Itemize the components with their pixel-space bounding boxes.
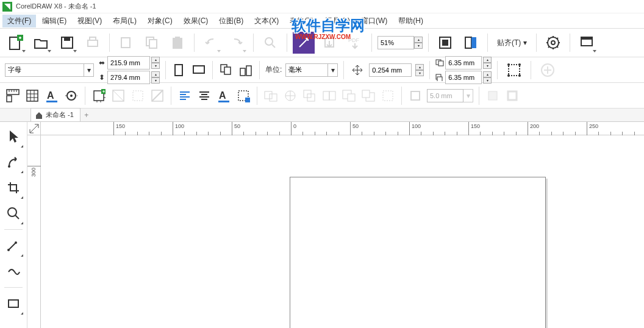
menu-edit[interactable]: 编辑(E) (37, 15, 71, 27)
dup-x-input[interactable] (448, 59, 479, 66)
guides-button[interactable] (63, 88, 79, 104)
width-spinner[interactable]: ▴▾ (151, 57, 160, 69)
back-minus-front-button[interactable] (360, 88, 376, 104)
options-button[interactable] (542, 32, 564, 54)
app-launcher-button[interactable] (576, 32, 598, 54)
nudge-input[interactable] (372, 66, 409, 74)
canvas-area[interactable]: 15010050050100150200250300 300 (27, 122, 644, 328)
menu-tools[interactable]: 工具(O) (320, 15, 355, 27)
add-page-button[interactable] (537, 59, 559, 81)
page-canvas[interactable] (290, 177, 546, 328)
document-tab[interactable]: 未命名 -1 (30, 108, 80, 121)
nudge-spinner[interactable]: ▴▾ (415, 64, 424, 76)
show-rulers-button[interactable] (460, 32, 482, 54)
intersect-button[interactable] (302, 88, 318, 104)
fullscreen-button[interactable] (434, 32, 456, 54)
menu-help[interactable]: 帮助(H) (393, 15, 428, 27)
export-button[interactable] (318, 32, 340, 54)
dynamic-guides-button[interactable] (91, 88, 107, 104)
page-height-input[interactable] (110, 74, 147, 81)
svg-rect-63 (329, 91, 335, 100)
fill-color-button[interactable] (485, 88, 501, 104)
baseline-grid-button[interactable] (130, 88, 146, 104)
snap-off-button[interactable] (149, 88, 165, 104)
svg-rect-34 (437, 77, 442, 81)
align-guides-button[interactable] (110, 88, 126, 104)
home-icon (35, 111, 43, 119)
menu-bar: 文件(F) 编辑(E) 视图(V) 布局(L) 对象(C) 效果(C) 位图(B… (0, 13, 644, 28)
publish-pdf-button[interactable]: PDF (344, 32, 366, 54)
open-button[interactable] (30, 32, 52, 54)
artistic-media-tool[interactable] (2, 259, 24, 283)
new-button[interactable] (5, 32, 27, 54)
svg-point-72 (8, 165, 10, 168)
svg-rect-11 (149, 40, 157, 48)
search-button[interactable] (259, 32, 281, 54)
print-button[interactable] (82, 32, 104, 54)
paste-button[interactable] (166, 32, 188, 54)
ruler-origin[interactable] (27, 122, 41, 135)
add-document-button[interactable]: + (80, 109, 93, 121)
svg-rect-43 (27, 90, 38, 101)
zoom-combo[interactable]: ▴▾ (377, 36, 423, 49)
svg-rect-65 (348, 94, 355, 101)
landscape-button[interactable] (191, 62, 207, 78)
menu-view[interactable]: 视图(V) (73, 15, 107, 27)
front-minus-back-button[interactable] (341, 88, 357, 104)
boundary-button[interactable] (380, 88, 396, 104)
treat-as-filled-button[interactable] (503, 59, 525, 81)
unit-combo[interactable]: ▾ (285, 63, 338, 77)
copy-button[interactable] (141, 32, 163, 54)
zoom-tool[interactable] (2, 201, 24, 226)
grid-button[interactable] (24, 88, 40, 104)
menu-text[interactable]: 文本(X) (249, 15, 284, 27)
simplify-button[interactable] (321, 88, 337, 104)
trim-button[interactable] (282, 88, 298, 104)
portrait-button[interactable] (171, 62, 187, 78)
align-left-button[interactable] (177, 88, 193, 104)
title-bar: CorelDRAW X8 - 未命名 -1 (0, 0, 644, 13)
rectangle-tool[interactable] (2, 291, 24, 316)
text-underline-button[interactable]: A (44, 88, 60, 104)
menu-effect[interactable]: 效果(C) (179, 15, 213, 27)
pick-tool[interactable] (2, 124, 24, 149)
undo-button[interactable] (200, 32, 222, 54)
all-pages-button[interactable] (218, 62, 234, 78)
menu-table[interactable]: 表格(T) (285, 15, 318, 27)
svg-point-38 (507, 74, 510, 77)
vertical-ruler[interactable]: 300 (27, 135, 41, 328)
menu-file[interactable]: 文件(F) (2, 15, 36, 27)
redo-button[interactable] (226, 32, 248, 54)
crop-tool[interactable] (2, 176, 24, 200)
menu-window[interactable]: 窗口(W) (356, 15, 392, 27)
page-preset-combo[interactable]: ▾ (5, 63, 94, 77)
ruler-button[interactable] (5, 88, 21, 104)
current-page-button[interactable] (238, 62, 254, 78)
menu-object[interactable]: 对象(C) (143, 15, 177, 27)
weld-button[interactable] (263, 88, 279, 104)
import-button[interactable] (293, 32, 315, 54)
dup-y-input[interactable] (448, 74, 479, 81)
snap-button[interactable]: 贴齐(T) ▾ (493, 32, 531, 54)
svg-rect-25 (175, 65, 182, 76)
height-spinner[interactable]: ▴▾ (151, 71, 160, 84)
save-button[interactable] (56, 32, 78, 54)
menu-bitmap[interactable]: 位图(B) (214, 15, 248, 27)
svg-point-74 (7, 249, 10, 251)
shape-tool[interactable] (2, 150, 24, 174)
svg-rect-12 (173, 38, 182, 49)
horizontal-ruler[interactable]: 15010050050100150200250300 (41, 122, 644, 135)
svg-rect-26 (193, 66, 204, 73)
outline-width-combo[interactable]: ▾ (427, 89, 473, 102)
document-tabs: 未命名 -1 + (0, 109, 644, 122)
text-a-button[interactable]: A (216, 88, 232, 104)
freehand-tool[interactable] (2, 234, 24, 258)
outline-color-button[interactable] (504, 88, 520, 104)
cut-button[interactable] (115, 32, 137, 54)
svg-rect-54 (218, 101, 229, 102)
menu-layout[interactable]: 布局(L) (108, 15, 141, 27)
bounding-box-button[interactable] (235, 88, 251, 104)
align-center-button[interactable] (196, 88, 212, 104)
page-width-input[interactable] (110, 59, 147, 66)
outline-pen-button[interactable] (407, 88, 423, 104)
